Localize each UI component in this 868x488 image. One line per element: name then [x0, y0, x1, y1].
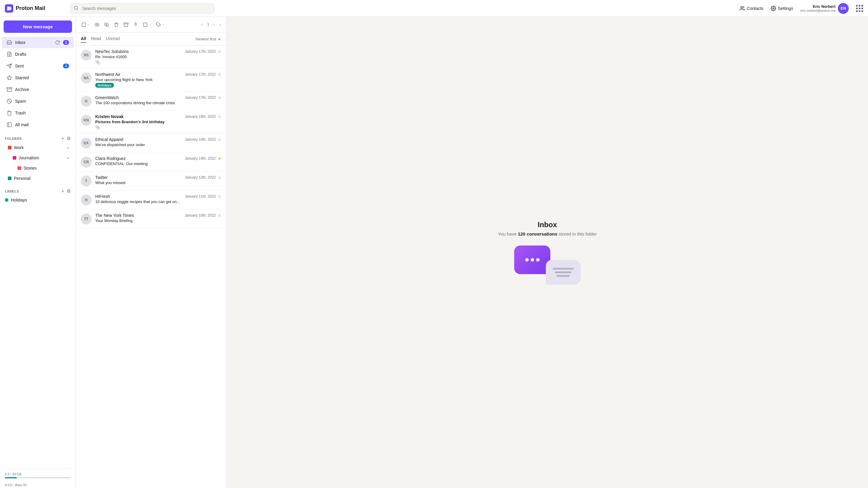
- star-icon[interactable]: ☆: [218, 137, 221, 142]
- work-folder-label: Work: [14, 145, 24, 150]
- spam-icon: [7, 98, 12, 104]
- sidebar-item-sent[interactable]: Sent 4: [2, 60, 74, 72]
- search-input[interactable]: [70, 3, 215, 13]
- svg-line-14: [8, 100, 11, 103]
- table-row[interactable]: KN Kristen Novak January 16th, 2022 ☆ Pi…: [76, 110, 226, 133]
- pagination: ‹ 1 ›: [200, 21, 223, 28]
- eye-icon: [95, 22, 99, 27]
- email-top: The New York Times January 10th, 2022 ☆: [95, 213, 221, 218]
- contacts-button[interactable]: Contacts: [740, 6, 764, 11]
- spam-toolbar-button[interactable]: [131, 21, 140, 29]
- inbox-label: Inbox: [15, 40, 52, 45]
- label-icon: [156, 22, 161, 27]
- avatar[interactable]: EN: [838, 3, 849, 14]
- chevron-down-icon: [87, 23, 90, 26]
- sidebar-item-all-mail[interactable]: All mail: [2, 119, 74, 130]
- inbox-illustration: [514, 246, 581, 285]
- page-dropdown-icon[interactable]: [212, 23, 216, 27]
- folder-item-personal[interactable]: Personal: [2, 173, 74, 183]
- grid-apps-icon[interactable]: [856, 5, 863, 12]
- star-icon[interactable]: ☆: [218, 175, 221, 180]
- folder-item-stories[interactable]: Stories: [2, 163, 74, 173]
- sent-icon: [7, 63, 12, 69]
- delete-button[interactable]: [112, 21, 121, 29]
- star-icon[interactable]: ☆: [218, 72, 221, 77]
- holidays-label: Holidays: [11, 198, 27, 202]
- star-icon[interactable]: ☆: [218, 213, 221, 218]
- delete-icon: [114, 22, 119, 27]
- table-row[interactable]: TT The New York Times January 10th, 2022…: [76, 209, 226, 228]
- eye-off-icon: [104, 22, 109, 27]
- sidebar-item-trash[interactable]: Trash: [2, 107, 74, 119]
- sidebar-item-archive[interactable]: Archive: [2, 84, 74, 95]
- table-row[interactable]: EA Ethical Apparel January 14th, 2022 ☆ …: [76, 133, 226, 153]
- label-badge: Holidays: [95, 83, 114, 88]
- archive-icon: [7, 87, 12, 92]
- archive-button[interactable]: [122, 21, 130, 29]
- email-content: NewTec Solutions January 17th, 2022 ☆ Re…: [95, 49, 221, 64]
- settings-button[interactable]: Settings: [771, 6, 793, 11]
- label-settings-button[interactable]: ⚙: [67, 188, 71, 194]
- table-row[interactable]: CR Clara Rodriguez January 14th, 2022 ★ …: [76, 153, 226, 171]
- svg-line-3: [77, 9, 78, 10]
- sort-button[interactable]: Newest first: [195, 37, 221, 41]
- table-row[interactable]: G GreenWatch January 17th, 2022 ☆ The 10…: [76, 92, 226, 110]
- email-subject: 10 delicious veggie recipes that you can…: [95, 199, 221, 204]
- toolbar: ‹ 1 ›: [76, 17, 226, 33]
- email-content: Twitter January 13th, 2022 ☆ What you mi…: [95, 175, 221, 185]
- filter-read-button[interactable]: Read: [91, 35, 101, 43]
- star-icon[interactable]: ★: [218, 156, 221, 161]
- logo-area: Proton Mail: [5, 4, 65, 13]
- filter-all-button[interactable]: All: [81, 35, 86, 43]
- svg-rect-21: [144, 23, 147, 27]
- folder-item-work[interactable]: Work ∧: [2, 143, 74, 153]
- table-row[interactable]: NA Northwest Air January 17th, 2022 ☆ Yo…: [76, 68, 226, 92]
- add-folder-button[interactable]: +: [61, 135, 64, 141]
- attachment-icon: 📎: [95, 125, 100, 130]
- filter-unread-button[interactable]: Unread: [106, 35, 120, 43]
- email-sender: GreenWatch: [95, 95, 119, 100]
- folders-section-actions: + ⚙: [61, 135, 71, 141]
- table-row[interactable]: NS NewTec Solutions January 17th, 2022 ☆…: [76, 45, 226, 68]
- add-label-button[interactable]: +: [61, 188, 64, 194]
- select-all-button[interactable]: [80, 21, 92, 29]
- sidebar-item-starred[interactable]: Starred: [2, 72, 74, 84]
- email-content: Ethical Apparel January 14th, 2022 ☆ We'…: [95, 137, 221, 147]
- work-folder-dot: [8, 146, 11, 150]
- email-sender: Clara Rodriguez: [95, 156, 126, 161]
- next-page-button[interactable]: ›: [218, 21, 223, 28]
- table-row[interactable]: T Twitter January 13th, 2022 ☆ What you …: [76, 171, 226, 190]
- move-button[interactable]: [141, 21, 153, 29]
- star-icon[interactable]: ☆: [218, 49, 221, 54]
- new-message-button[interactable]: New message: [4, 21, 72, 33]
- email-content: The New York Times January 10th, 2022 ☆ …: [95, 213, 221, 223]
- starred-label: Starred: [15, 75, 69, 80]
- email-content: Northwest Air January 17th, 2022 ☆ Your …: [95, 72, 221, 88]
- table-row[interactable]: H HiFresh January 11th, 2022 ☆ 10 delici…: [76, 190, 226, 209]
- email-date: January 17th, 2022: [185, 96, 216, 100]
- mark-read-button[interactable]: [93, 21, 101, 29]
- folder-settings-button[interactable]: ⚙: [67, 135, 71, 141]
- email-subject: What you missed: [95, 181, 221, 185]
- label-item-holidays[interactable]: Holidays: [0, 195, 76, 205]
- inbox-icon: [7, 40, 12, 45]
- sidebar-item-drafts[interactable]: Drafts: [2, 48, 74, 60]
- star-icon[interactable]: ☆: [218, 114, 221, 119]
- mark-unread-button[interactable]: [102, 21, 111, 29]
- page-number: 1: [207, 22, 209, 27]
- journalism-folder-label: Journalism: [19, 156, 39, 160]
- inbox-subtitle: You have 120 conversations stored in thi…: [498, 231, 597, 236]
- star-icon[interactable]: ☆: [218, 95, 221, 100]
- storage-bar-fill: [5, 477, 17, 478]
- inbox-title: Inbox: [498, 221, 597, 229]
- starred-icon: [7, 75, 12, 80]
- prev-page-button[interactable]: ‹: [200, 21, 205, 28]
- email-date: January 16th, 2022: [185, 115, 216, 119]
- label-button[interactable]: [154, 21, 166, 29]
- sidebar-item-inbox[interactable]: Inbox 1: [2, 37, 74, 48]
- folder-item-journalism[interactable]: Journalism ∧: [2, 153, 74, 163]
- contacts-icon: [740, 6, 745, 11]
- email-subject: The 100 corporations driving the climate…: [95, 101, 221, 105]
- star-icon[interactable]: ☆: [218, 194, 221, 199]
- sidebar-item-spam[interactable]: Spam: [2, 96, 74, 107]
